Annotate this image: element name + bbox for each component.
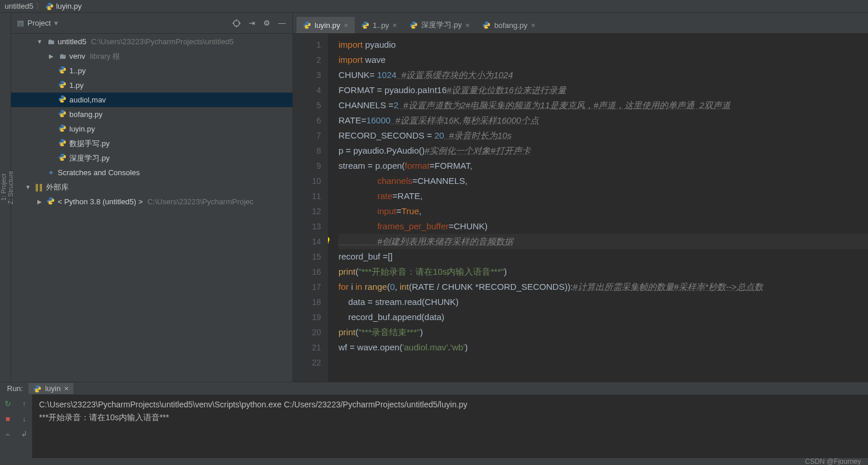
tree-node[interactable]: ⌖Scratches and Consoles	[11, 165, 292, 180]
breadcrumb-project[interactable]: untitled5	[5, 2, 33, 10]
breadcrumb-file[interactable]: luyin.py	[56, 2, 82, 10]
py-icon	[58, 124, 67, 134]
tree-label: luyin.py	[69, 125, 95, 133]
tree-node[interactable]: 1..py	[11, 63, 292, 78]
status-text: CSDN @Fjourney	[805, 457, 861, 465]
tree-label: bofang.py	[69, 110, 103, 119]
tree-label: 1..py	[69, 66, 86, 75]
tree-node[interactable]: audiol,mav	[11, 93, 292, 107]
layout-icon[interactable]: ⫠	[3, 428, 13, 439]
tree-node[interactable]: ▼‖‖外部库	[11, 180, 292, 194]
tree-node[interactable]: 1.py	[11, 78, 292, 93]
tree-label: 1.py	[69, 81, 84, 90]
tree-node[interactable]: bofang.py	[11, 107, 292, 122]
bulb-icon[interactable]: 💡	[328, 234, 332, 249]
down-icon[interactable]: ↓	[19, 413, 30, 424]
tree-label: venv	[69, 52, 85, 61]
left-tool-project: 1: Project	[0, 16, 7, 358]
chevron-icon[interactable]: ▼	[36, 38, 44, 45]
expand-icon[interactable]: ⇥	[247, 19, 256, 28]
project-tree[interactable]: ▼🖿untitled5C:\Users\23223\PycharmProject…	[11, 34, 292, 382]
py-icon	[58, 95, 67, 105]
tree-node[interactable]: luyin.py	[11, 122, 292, 136]
py-icon	[58, 80, 67, 90]
sidebar-title[interactable]: Project	[27, 19, 51, 27]
run-tab[interactable]: luyin ×	[29, 383, 73, 394]
py-icon	[58, 153, 67, 163]
tree-node[interactable]: 深度学习.py	[11, 151, 292, 165]
tree-muted: C:\Users\23223\PycharmProjects\untitled5	[91, 37, 234, 46]
tree-label: 数据手写.py	[69, 139, 110, 149]
dropdown-icon[interactable]: ▾	[54, 19, 58, 27]
minimize-icon[interactable]: —	[277, 19, 287, 28]
breadcrumb: untitled5 〉 luyin.py	[0, 0, 868, 13]
scratch-icon: ⌖	[46, 168, 55, 178]
tab-label: 1..py	[373, 21, 389, 30]
locate-icon[interactable]	[232, 19, 241, 28]
close-icon[interactable]: ×	[465, 21, 470, 30]
close-icon[interactable]: ×	[64, 384, 69, 393]
close-icon[interactable]: ×	[393, 21, 397, 30]
project-tool-icon: ▤	[17, 19, 24, 27]
gear-icon[interactable]: ⚙	[262, 19, 271, 28]
editor-tab[interactable]: luyin.py×	[297, 17, 355, 33]
tree-muted: library 根	[90, 51, 120, 62]
chevron-icon[interactable]: ▶	[47, 53, 55, 59]
up-icon[interactable]: ↑	[19, 398, 30, 409]
project-sidebar: ▤ Project ▾ ⇥ ⚙ — ▼🖿untitled5C:\Users\23…	[11, 13, 293, 382]
run-toolbar: Run: luyin ×	[0, 382, 868, 395]
close-icon[interactable]: ×	[344, 21, 348, 30]
python-file-icon	[33, 385, 41, 393]
python-icon	[46, 197, 55, 207]
editor-gutter: 12345678910111213141516171819202122	[293, 34, 328, 382]
editor-tabs: luyin.py×1..py×深度学习.py×bofang.py×	[293, 13, 868, 34]
tree-label: untitled5	[58, 37, 86, 46]
breadcrumb-sep: 〉	[36, 1, 43, 12]
python-file-icon	[45, 2, 54, 10]
tree-label: 外部库	[46, 182, 69, 193]
chevron-icon[interactable]: ▼	[24, 184, 32, 190]
editor-tab[interactable]: 深度学习.py×	[403, 17, 476, 33]
tree-label: < Python 3.8 (untitled5) >	[58, 197, 143, 206]
py-icon	[58, 66, 67, 76]
tree-node[interactable]: 数据手写.py	[11, 136, 292, 151]
tab-label: bofang.py	[494, 21, 527, 30]
tree-node[interactable]: ▼🖿untitled5C:\Users\23223\PycharmProject…	[11, 34, 292, 49]
stop-icon[interactable]: ■	[3, 413, 13, 424]
console-gutter: ↻ ↑ ■ ↓ ⫠ ↲	[0, 395, 32, 458]
rerun-icon[interactable]: ↻	[3, 398, 13, 409]
py-icon	[58, 109, 67, 119]
folder-icon: 🖿	[58, 52, 67, 61]
close-icon[interactable]: ×	[531, 21, 536, 30]
tree-label: 深度学习.py	[69, 153, 110, 164]
py-icon	[58, 139, 67, 148]
left-tool-structure: Z: Structure	[7, 16, 14, 358]
code-area[interactable]: import pyaudioimport waveCHUNK= 1024 #设置…	[328, 34, 868, 382]
editor-area: luyin.py×1..py×深度学习.py×bofang.py× 123456…	[293, 13, 868, 382]
console-panel: ↻ ↑ ■ ↓ ⫠ ↲ C:\Users\23223\PycharmProjec…	[0, 395, 868, 458]
tab-label: 深度学习.py	[421, 20, 461, 30]
tree-muted: C:\Users\23223\PycharmProjec	[147, 197, 253, 206]
tab-label: luyin.py	[315, 21, 340, 30]
lib-icon: ‖‖	[34, 183, 44, 191]
run-tab-label: luyin	[45, 384, 61, 393]
status-bar: CSDN @Fjourney	[0, 458, 868, 465]
tree-node[interactable]: ▶🖿venvlibrary 根	[11, 49, 292, 63]
console-output[interactable]: C:\Users\23223\PycharmProjects\untitled5…	[32, 395, 868, 458]
tree-label: Scratches and Consoles	[58, 168, 140, 177]
editor-tab[interactable]: 1..py×	[355, 17, 404, 33]
wrap-icon[interactable]: ↲	[19, 428, 30, 439]
tree-label: audiol,mav	[69, 95, 106, 104]
svg-point-0	[234, 20, 239, 26]
editor-tab[interactable]: bofang.py×	[476, 17, 542, 33]
sidebar-header: ▤ Project ▾ ⇥ ⚙ —	[11, 13, 292, 34]
folder-icon: 🖿	[46, 37, 55, 46]
left-tool-strip[interactable]: 1: Project Z: Structure	[0, 13, 11, 382]
run-label: Run:	[7, 384, 23, 393]
chevron-icon[interactable]: ▶	[36, 198, 44, 205]
tree-node[interactable]: ▶< Python 3.8 (untitled5) >C:\Users\2322…	[11, 194, 292, 209]
